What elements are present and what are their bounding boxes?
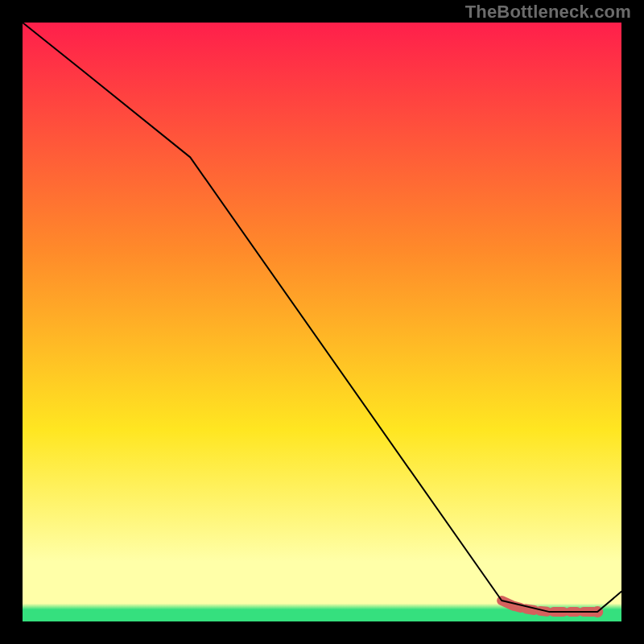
plot-area <box>23 23 621 621</box>
watermark-text: TheBottleneck.com <box>465 2 631 23</box>
chart-frame: TheBottleneck.com <box>0 0 644 644</box>
highlight-dash <box>526 609 534 610</box>
gradient-background <box>23 23 621 621</box>
chart-svg <box>23 23 621 621</box>
highlight-dash <box>516 606 521 608</box>
